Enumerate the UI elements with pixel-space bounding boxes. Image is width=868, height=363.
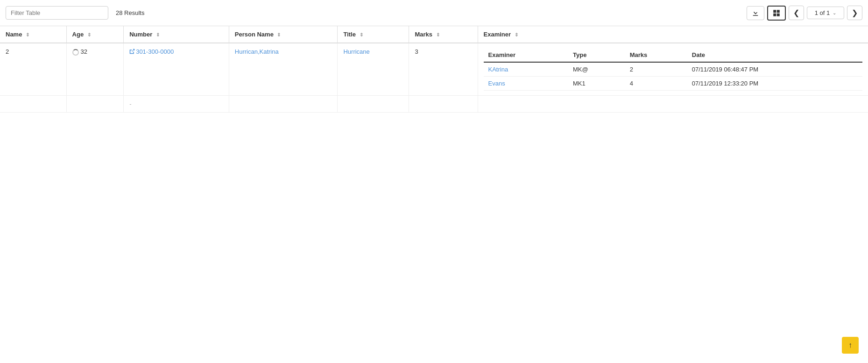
table-body: 2 32 301-300-0000 Hurrican,Katrina Hurri… <box>0 43 868 113</box>
col-label-person-name: Person Name <box>235 31 274 38</box>
cell-person-name-2 <box>229 96 338 113</box>
download-icon <box>751 9 760 17</box>
examiner-col-examiner: Examiner <box>484 48 568 62</box>
col-header-marks[interactable]: Marks ⇕ <box>409 26 478 43</box>
sort-icon-number[interactable]: ⇕ <box>156 32 160 37</box>
cell-age-2 <box>66 96 124 113</box>
table-row: - <box>0 96 868 113</box>
col-label-name: Name <box>6 31 22 38</box>
prev-icon: ❮ <box>793 8 799 17</box>
cell-person-name-1: Hurrican,Katrina <box>229 43 338 96</box>
number-text-1: 301-300-0000 <box>136 48 174 55</box>
sort-icon-person-name[interactable]: ⇕ <box>277 32 281 37</box>
examiner-cell-marks-2: 4 <box>625 77 687 91</box>
examiner-row-2: Evans MK1 4 07/11/2019 12:33:20 PM <box>484 77 863 91</box>
main-table-wrap: Name ⇕ Age ⇕ Number ⇕ Person Name ⇕ Titl… <box>0 26 868 113</box>
examiner-cell-marks-1: 2 <box>625 62 687 77</box>
sort-icon-examiner[interactable]: ⇕ <box>515 32 518 37</box>
sort-icon-age[interactable]: ⇕ <box>87 32 91 37</box>
grid-view-button[interactable] <box>767 6 786 21</box>
external-link-icon <box>129 49 135 54</box>
top-bar-left: 28 Results <box>6 6 144 20</box>
pagination-display[interactable]: 1 of 1 ⌄ <box>807 7 844 19</box>
cell-marks-1: 3 <box>409 43 478 96</box>
results-count: 28 Results <box>116 9 144 16</box>
examiner-name-link-2[interactable]: Evans <box>488 80 505 87</box>
filter-input[interactable] <box>6 6 108 20</box>
top-bar: 28 Results ❮ 1 of 1 ⌄ ❯ <box>0 0 868 26</box>
examiner-cell-type-1: MK@ <box>568 62 625 77</box>
examiner-col-type: Type <box>568 48 625 62</box>
examiner-nested-table: Examiner Type Marks Date KAtrina <box>484 48 863 91</box>
col-header-examiner[interactable]: Examiner ⇕ <box>478 26 868 43</box>
col-label-title: Title <box>343 31 356 38</box>
sort-icon-name[interactable]: ⇕ <box>26 32 29 37</box>
sort-icon-title[interactable]: ⇕ <box>360 32 363 37</box>
col-header-number[interactable]: Number ⇕ <box>124 26 229 43</box>
examiner-row-1: KAtrina MK@ 2 07/11/2019 06:48:47 PM <box>484 62 863 77</box>
cell-age-1: 32 <box>66 43 124 96</box>
col-label-age: Age <box>72 31 84 38</box>
examiner-cell-date-2: 07/11/2019 12:33:20 PM <box>687 77 862 91</box>
col-header-person-name[interactable]: Person Name ⇕ <box>229 26 338 43</box>
col-label-marks: Marks <box>415 31 432 38</box>
examiner-col-marks: Marks <box>625 48 687 62</box>
main-table: Name ⇕ Age ⇕ Number ⇕ Person Name ⇕ Titl… <box>0 26 868 113</box>
col-header-age[interactable]: Age ⇕ <box>66 26 124 43</box>
cell-number-1: 301-300-0000 <box>124 43 229 96</box>
next-icon: ❯ <box>852 8 858 17</box>
cell-title-2 <box>338 96 409 113</box>
download-button[interactable] <box>747 6 764 20</box>
examiner-table-body: KAtrina MK@ 2 07/11/2019 06:48:47 PM Eva… <box>484 62 863 91</box>
col-label-number: Number <box>129 31 152 38</box>
examiner-cell-examiner-2: Evans <box>484 77 568 91</box>
number-link-1[interactable]: 301-300-0000 <box>129 48 174 55</box>
examiner-table-header: Examiner Type Marks Date <box>484 48 863 62</box>
cell-name-2 <box>0 96 66 113</box>
person-name-link-1[interactable]: Hurrican,Katrina <box>235 48 279 55</box>
col-header-title[interactable]: Title ⇕ <box>338 26 409 43</box>
cell-examiner-2 <box>478 96 868 113</box>
grid-icon <box>772 9 781 17</box>
chevron-down-icon: ⌄ <box>833 10 836 15</box>
examiner-col-date: Date <box>687 48 862 62</box>
top-bar-right: ❮ 1 of 1 ⌄ ❯ <box>747 6 862 21</box>
col-header-name[interactable]: Name ⇕ <box>0 26 66 43</box>
examiner-name-link-1[interactable]: KAtrina <box>488 66 508 73</box>
col-label-examiner: Examiner <box>484 31 511 38</box>
loading-spinner <box>72 49 79 56</box>
examiner-cell-date-1: 07/11/2019 06:48:47 PM <box>687 62 862 77</box>
next-page-button[interactable]: ❯ <box>847 6 862 20</box>
examiner-cell-type-2: MK1 <box>568 77 625 91</box>
cell-marks-2 <box>409 96 478 113</box>
prev-page-button[interactable]: ❮ <box>789 6 804 20</box>
cell-examiner-1: Examiner Type Marks Date KAtrina <box>478 43 868 96</box>
title-link-1[interactable]: Hurricane <box>343 48 369 55</box>
dash-cell: - <box>129 100 131 107</box>
age-value-1: 32 <box>81 48 87 55</box>
pagination-label: 1 of 1 <box>815 9 830 16</box>
cell-number-2: - <box>124 96 229 113</box>
table-header: Name ⇕ Age ⇕ Number ⇕ Person Name ⇕ Titl… <box>0 26 868 43</box>
cell-title-1: Hurricane <box>338 43 409 96</box>
sort-icon-marks[interactable]: ⇕ <box>436 32 440 37</box>
table-row: 2 32 301-300-0000 Hurrican,Katrina Hurri… <box>0 43 868 96</box>
examiner-cell-examiner-1: KAtrina <box>484 62 568 77</box>
cell-name-1: 2 <box>0 43 66 96</box>
